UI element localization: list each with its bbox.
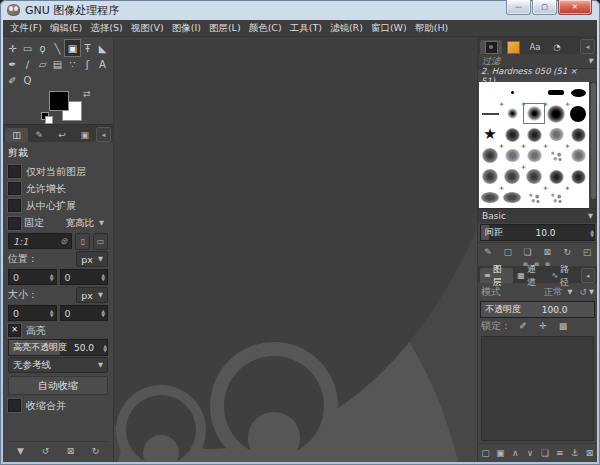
- brush-thumb[interactable]: [524, 125, 544, 144]
- layer-mode-dropdown[interactable]: 正常 ▼: [539, 285, 576, 299]
- swap-colors-icon[interactable]: ⇄: [83, 89, 91, 99]
- brush-thumb[interactable]: [546, 125, 566, 144]
- spinner-arrows-icon[interactable]: ▲▼: [50, 309, 54, 317]
- brush-thumb[interactable]: [568, 104, 588, 123]
- new-layer-button[interactable]: ▢: [478, 446, 493, 461]
- size-unit-dropdown[interactable]: px ▼: [76, 287, 108, 303]
- brush-thumb[interactable]: [546, 104, 566, 123]
- option-expand-from-center[interactable]: 从中心扩展: [8, 197, 108, 214]
- brush-thumb[interactable]: [546, 83, 566, 102]
- brush-thumb[interactable]: [568, 125, 588, 144]
- checkbox[interactable]: [8, 182, 21, 195]
- highlight-checkbox[interactable]: ✕: [8, 324, 21, 337]
- zoom-tool[interactable]: Q: [20, 72, 35, 88]
- portrait-orientation-button[interactable]: ▯: [75, 233, 90, 250]
- edit-brush-button[interactable]: ✎: [480, 244, 496, 259]
- mode-switch-button[interactable]: ↺ ▼: [579, 285, 594, 299]
- menu-edit[interactable]: 编辑(E): [46, 21, 86, 36]
- reset-options-button[interactable]: ↻: [88, 444, 104, 459]
- position-unit-dropdown[interactable]: px ▼: [76, 251, 108, 267]
- brush-thumb[interactable]: [568, 146, 588, 165]
- brush-thumb[interactable]: [502, 167, 522, 186]
- brush-thumb[interactable]: [568, 167, 588, 186]
- menu-layer[interactable]: 图层(L): [205, 21, 245, 36]
- patterns-tab[interactable]: [502, 40, 524, 54]
- crop-tool[interactable]: ▣: [65, 40, 80, 56]
- position-x-spinner[interactable]: 0 ▲▼: [8, 269, 57, 285]
- brush-thumb[interactable]: [502, 83, 522, 102]
- default-colors-icon[interactable]: [41, 112, 51, 122]
- brush-category-dropdown[interactable]: Basic ▼: [478, 208, 597, 223]
- highlight-option[interactable]: ✕ 高亮: [8, 322, 108, 339]
- maximize-button[interactable]: ▢: [532, 0, 557, 15]
- brush-thumb[interactable]: [524, 146, 544, 165]
- paths-tool[interactable]: ʃ: [80, 56, 95, 72]
- new-brush-button[interactable]: ▢: [500, 244, 516, 259]
- highlight-opacity-slider[interactable]: 高亮不透明度 50.0 ▲▼: [8, 339, 108, 356]
- layer-list[interactable]: [481, 336, 594, 441]
- size-width-spinner[interactable]: 0 ▲▼: [8, 305, 57, 321]
- menu-select[interactable]: 选择(S): [86, 21, 126, 36]
- refresh-brushes-button[interactable]: ↻: [559, 244, 575, 259]
- spinner-arrows-icon[interactable]: ▲▼: [101, 273, 105, 281]
- menu-windows[interactable]: 窗口(W): [367, 21, 411, 36]
- save-preset-button[interactable]: ▼: [13, 444, 29, 459]
- auto-shrink-button[interactable]: 自动收缩: [8, 376, 108, 395]
- menu-help[interactable]: 帮助(H): [411, 21, 453, 36]
- option-allow-growing[interactable]: 允许增长: [8, 180, 108, 197]
- brush-thumb[interactable]: [502, 104, 522, 123]
- brush-grid-scrollbar[interactable]: [590, 82, 597, 208]
- brush-thumb[interactable]: [568, 83, 588, 102]
- close-button[interactable]: ✕: [558, 0, 592, 15]
- rectangle-select-tool[interactable]: ▭: [20, 40, 35, 56]
- position-y-spinner[interactable]: 0 ▲▼: [60, 269, 109, 285]
- brush-thumb[interactable]: ★: [480, 125, 500, 144]
- brush-thumb[interactable]: [502, 146, 522, 165]
- brush-thumb[interactable]: [524, 83, 544, 102]
- menu-colors[interactable]: 颜色(C): [245, 21, 286, 36]
- duplicate-brush-button[interactable]: ❏: [520, 244, 536, 259]
- device-status-tab[interactable]: ✎: [28, 128, 51, 142]
- clear-input-icon[interactable]: ⊗: [60, 236, 68, 246]
- new-layer-group-button[interactable]: ▣: [493, 446, 508, 461]
- layers-tab[interactable]: ≡ 图层: [480, 268, 513, 283]
- checkbox[interactable]: [8, 399, 21, 412]
- brushes-tab[interactable]: [480, 40, 502, 54]
- brush-thumb[interactable]: [568, 188, 588, 207]
- brush-thumb[interactable]: [480, 188, 500, 207]
- fuzzy-select-tool[interactable]: ╲: [50, 40, 65, 56]
- brush-thumb[interactable]: [480, 104, 500, 123]
- restore-preset-button[interactable]: ↺: [38, 444, 54, 459]
- duplicate-layer-button[interactable]: ❏: [538, 446, 553, 461]
- dock-menu-button[interactable]: ◂: [580, 39, 595, 54]
- spinner-arrows-icon[interactable]: ▲▼: [103, 344, 107, 352]
- brush-thumb[interactable]: [480, 167, 500, 186]
- brush-thumb[interactable]: [502, 125, 522, 144]
- brush-thumb[interactable]: [502, 188, 522, 207]
- undo-history-tab[interactable]: ↩: [51, 128, 74, 142]
- brush-thumb-selected[interactable]: [524, 104, 544, 123]
- guides-dropdown[interactable]: 无参考线 ▼: [8, 357, 108, 373]
- size-height-spinner[interactable]: 0 ▲▼: [60, 305, 109, 321]
- delete-brush-button[interactable]: ⊠: [539, 244, 555, 259]
- aspect-ratio-input[interactable]: 1:1 ⊗: [8, 233, 72, 249]
- layer-opacity-slider[interactable]: 不透明度 100.0 ▲▼: [480, 301, 595, 318]
- brush-thumb[interactable]: [546, 188, 566, 207]
- option-current-layer-only[interactable]: 仅对当前图层: [8, 163, 108, 180]
- fixed-mode-dropdown[interactable]: 宽高比 ▼: [62, 216, 109, 230]
- images-tab[interactable]: ▣: [73, 128, 96, 142]
- bucket-fill-tool[interactable]: ◣: [95, 40, 110, 56]
- lock-alpha-button[interactable]: ▩: [555, 319, 571, 334]
- menu-file[interactable]: 文件(F): [6, 21, 46, 36]
- paintbrush-tool[interactable]: ✐: [5, 72, 20, 88]
- delete-preset-button[interactable]: ⊠: [63, 444, 79, 459]
- menu-tools[interactable]: 工具(T): [286, 21, 326, 36]
- fixed-checkbox[interactable]: [8, 217, 21, 230]
- merge-layer-button[interactable]: ≡: [552, 446, 567, 461]
- fonts-tab[interactable]: Aa: [524, 40, 546, 54]
- spinner-arrows-icon[interactable]: ▲▼: [590, 229, 594, 237]
- brush-thumb[interactable]: [546, 146, 566, 165]
- menu-image[interactable]: 图像(I): [168, 21, 205, 36]
- airbrush-tool[interactable]: ∵: [65, 56, 80, 72]
- dock-menu-button[interactable]: ◂: [96, 127, 111, 142]
